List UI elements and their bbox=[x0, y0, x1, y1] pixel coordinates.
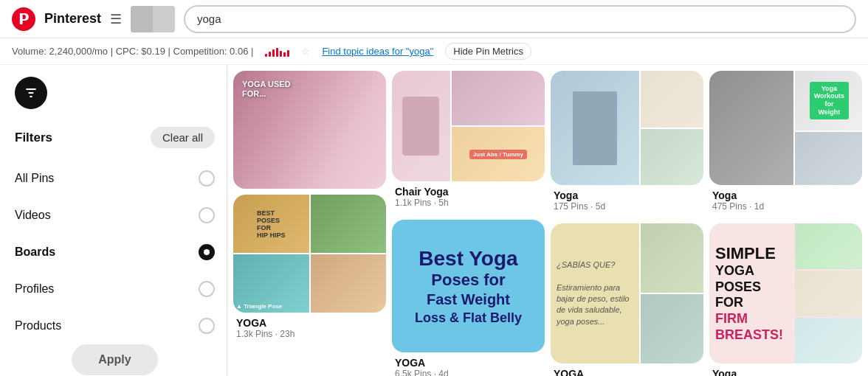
poses-text: Poses for bbox=[431, 271, 505, 289]
best-poses-text: BESTPOSESFORHIP HIPS bbox=[257, 209, 285, 239]
yoga-workouts-title: Yoga bbox=[712, 189, 859, 201]
hide-metrics-btn[interactable]: Hide Pin Metrics bbox=[445, 43, 531, 60]
yoga-6k-main: ¿SABÍAS QUE?Estiramiento para bajar de p… bbox=[551, 223, 639, 363]
pin-card-yoga-workouts[interactable]: YogaWorkoutsforWeight Yoga 475 Pins · 1d bbox=[709, 71, 862, 217]
yoga-mosaic-meta: 1.3k Pins · 23h bbox=[236, 329, 383, 339]
bar6 bbox=[283, 52, 286, 57]
yoga-weight-title: YOGA bbox=[395, 357, 542, 369]
filter-options: All Pins Videos Boards Profiles Products bbox=[15, 160, 215, 344]
bar2 bbox=[269, 52, 271, 57]
simple-yoga-img-bot bbox=[795, 318, 862, 363]
pin-grid: YOGA USEDFOR... BESTPOSESFORHIP HIPS ▲ T… bbox=[227, 65, 868, 376]
filter-videos[interactable]: Videos bbox=[15, 197, 215, 234]
filter-all-pins[interactable]: All Pins bbox=[15, 160, 215, 197]
simple-yoga-main-text: SIMPLE YOGAPOSES FOR FIRM BREASTS! bbox=[709, 223, 793, 363]
yoga-6k-text-content: ¿SABÍAS QUE?Estiramiento para bajar de p… bbox=[557, 260, 633, 327]
filter-boards-radio[interactable] bbox=[199, 244, 215, 260]
apply-button[interactable]: Apply bbox=[72, 344, 157, 375]
yoga-used-for-text: YOGA USEDFOR... bbox=[242, 80, 291, 99]
metrics-bar: Volume: 2,240,000/mo | CPC: $0.19 | Comp… bbox=[0, 38, 868, 65]
yoga-175-img-top bbox=[641, 71, 703, 128]
chair-yoga-meta: 1.1k Pins · 5h bbox=[395, 198, 542, 208]
pin-card-yoga-6k[interactable]: ¿SABÍAS QUE?Estiramiento para bajar de p… bbox=[551, 223, 703, 376]
filter-icon-button[interactable] bbox=[15, 77, 47, 109]
find-topic-link[interactable]: Find topic ideas for "yoga" bbox=[322, 46, 433, 57]
pin-column-4: YogaWorkoutsforWeight Yoga 475 Pins · 1d bbox=[709, 71, 862, 376]
yoga-175-info: Yoga 175 Pins · 5d bbox=[551, 185, 703, 217]
yoga-weight-info: YOGA 6.5k Pins · 4d bbox=[392, 352, 545, 376]
yoga-6k-title: YOGA bbox=[554, 368, 700, 376]
yoga-6k-img-1 bbox=[641, 223, 703, 293]
hamburger-icon[interactable]: ☰ bbox=[110, 11, 122, 27]
pin-card-yoga-mosaic[interactable]: BESTPOSESFORHIP HIPS ▲ Triangle Pose YOG… bbox=[233, 195, 386, 345]
filter-profiles-radio[interactable] bbox=[199, 281, 215, 297]
chair-yoga-info: Chair Yoga 1.1k Pins · 5h bbox=[392, 181, 545, 214]
triangle-pose-text: ▲ Triangle Pose bbox=[236, 303, 282, 310]
bar4 bbox=[276, 48, 278, 57]
yoga-weight-img: Best Yoga Poses for Fast Weight Loss & F… bbox=[392, 220, 545, 352]
yoga-mosaic-grid: BESTPOSESFORHIP HIPS ▲ Triangle Pose bbox=[233, 195, 386, 313]
yoga-poses-text: YOGAPOSES FOR bbox=[715, 263, 761, 310]
pin-card-simple-yoga[interactable]: SIMPLE YOGAPOSES FOR FIRM BREASTS! bbox=[709, 223, 862, 376]
yoga-175-grid bbox=[551, 71, 703, 185]
pinterest-logo-icon: 𝗣 bbox=[12, 7, 35, 31]
pin-card-yoga-weight[interactable]: Best Yoga Poses for Fast Weight Loss & F… bbox=[392, 220, 545, 376]
simple-text: SIMPLE bbox=[715, 244, 776, 262]
yoga-175-figure bbox=[573, 91, 617, 165]
chair-yoga-thumb-left bbox=[392, 71, 450, 181]
yoga-workouts-img-bot bbox=[795, 132, 862, 186]
filter-all-pins-label: All Pins bbox=[15, 172, 54, 185]
pinterest-p-letter: 𝗣 bbox=[18, 10, 30, 28]
header: 𝗣 Pinterest ☰ bbox=[0, 0, 868, 38]
competition-bars bbox=[265, 46, 289, 57]
filter-products[interactable]: Products bbox=[15, 307, 215, 344]
pin-card-chair-yoga[interactable]: Just Abs / Tummy Chair Yoga 1.1k Pins · … bbox=[392, 71, 545, 214]
yoga-workouts-info: Yoga 475 Pins · 1d bbox=[709, 185, 862, 217]
loss-flat-belly-text: Loss & Flat Belly bbox=[415, 310, 522, 325]
simple-yoga-board-img: SIMPLE YOGAPOSES FOR FIRM BREASTS! bbox=[709, 223, 862, 363]
mosaic-img-2 bbox=[311, 195, 387, 253]
yoga-mosaic-info: YOGA 1.3k Pins · 23h bbox=[233, 313, 386, 345]
yoga-175-img-bot bbox=[641, 129, 703, 186]
chair-yoga-img-mid: Just Abs / Tummy bbox=[452, 127, 545, 181]
filter-all-pins-radio[interactable] bbox=[199, 170, 215, 187]
pin-card-partial[interactable]: YOGA USEDFOR... bbox=[233, 71, 386, 189]
yoga-6k-info: YOGA 6.5k Pins · 4d bbox=[551, 363, 703, 376]
simple-yoga-info: Yoga 816 Pins · 2 sections · 2d bbox=[709, 363, 862, 376]
yoga-175-right bbox=[641, 71, 703, 185]
filter-videos-radio[interactable] bbox=[199, 207, 215, 223]
filter-profiles-label: Profiles bbox=[15, 282, 54, 296]
yoga-workouts-right: YogaWorkoutsforWeight bbox=[795, 71, 862, 185]
yoga-6k-right bbox=[641, 223, 703, 363]
yoga-175-img-main bbox=[551, 71, 639, 185]
star-icon: ☆ bbox=[301, 46, 310, 57]
yoga-175-title: Yoga bbox=[554, 189, 700, 201]
clear-all-button[interactable]: Clear all bbox=[151, 127, 215, 148]
bar7 bbox=[287, 50, 289, 57]
simple-yoga-right-imgs bbox=[795, 223, 862, 363]
pin-column-3: Yoga 175 Pins · 5d ¿SABÍAS QUE?Estiramie… bbox=[551, 71, 703, 376]
yoga-workouts-grid: YogaWorkoutsforWeight bbox=[709, 71, 862, 185]
best-yoga-poses-text: Best Yoga bbox=[418, 247, 517, 270]
filter-boards-label: Boards bbox=[15, 246, 55, 259]
chair-yoga-right: Just Abs / Tummy bbox=[452, 71, 545, 181]
yoga-workouts-label: YogaWorkoutsforWeight bbox=[810, 82, 849, 119]
search-input[interactable] bbox=[184, 5, 856, 33]
mosaic-img-1: BESTPOSESFORHIP HIPS bbox=[233, 195, 309, 253]
pin-card-yoga-175[interactable]: Yoga 175 Pins · 5d bbox=[551, 71, 703, 217]
mosaic-img-4 bbox=[311, 254, 387, 313]
filter-videos-label: Videos bbox=[15, 209, 51, 222]
main-content: Filters Clear all All Pins Videos Boards… bbox=[0, 65, 868, 376]
sidebar: Filters Clear all All Pins Videos Boards… bbox=[0, 65, 227, 376]
filter-profiles[interactable]: Profiles bbox=[15, 271, 215, 307]
user-avatar[interactable] bbox=[131, 6, 175, 32]
filter-products-label: Products bbox=[15, 319, 61, 333]
filter-products-radio[interactable] bbox=[199, 318, 215, 334]
filters-title: Filters bbox=[15, 130, 52, 145]
yoga-workouts-badge: YogaWorkoutsforWeight bbox=[795, 71, 862, 130]
simple-yoga-img-mid bbox=[795, 271, 862, 316]
yoga-workouts-main bbox=[709, 71, 793, 185]
yoga-175-meta: 175 Pins · 5d bbox=[554, 201, 700, 212]
yoga-workouts-meta: 475 Pins · 1d bbox=[712, 201, 859, 212]
filter-boards[interactable]: Boards bbox=[15, 234, 215, 271]
